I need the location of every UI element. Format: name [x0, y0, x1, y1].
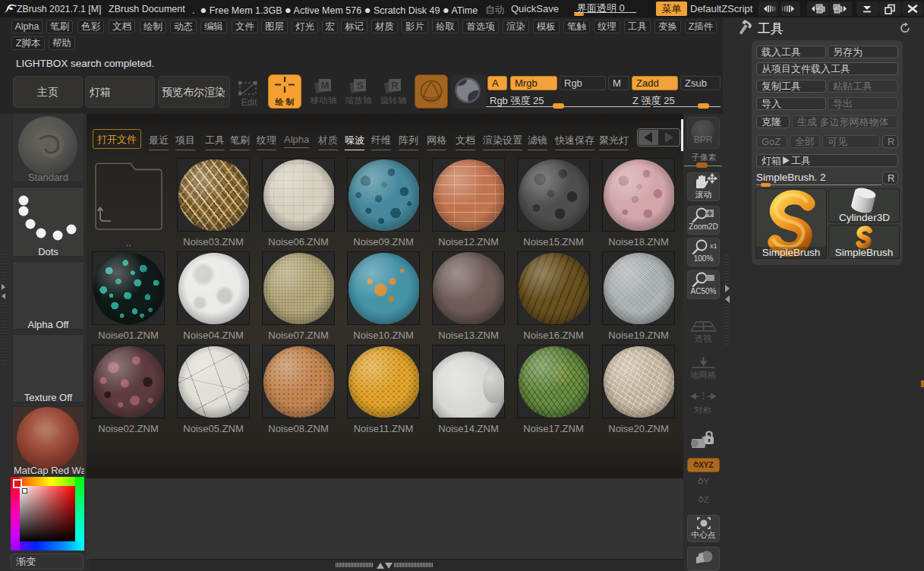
svg-text:M: M — [321, 80, 330, 91]
svg-text:Edit: Edit — [241, 97, 257, 108]
svg-text:BPR: BPR — [694, 134, 713, 145]
svg-text:S: S — [357, 80, 364, 91]
svg-text:R: R — [391, 80, 399, 91]
svg-text:x1: x1 — [710, 242, 717, 250]
svg-text:缩放轴: 缩放轴 — [345, 96, 372, 105]
svg-text:透视: 透视 — [695, 334, 713, 343]
svg-text:移动轴: 移动轴 — [311, 96, 337, 105]
svg-text:旋转轴: 旋转轴 — [380, 96, 407, 105]
svg-text:地网格: 地网格 — [690, 371, 717, 380]
svg-text:对称: 对称 — [694, 405, 712, 415]
